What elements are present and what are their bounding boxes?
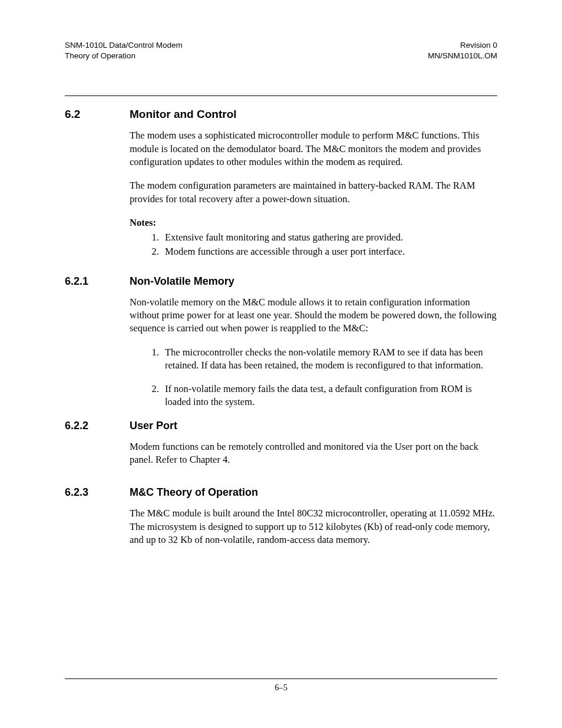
notes-list: Extensive fault monitoring and status ga… [161,230,497,259]
page-content: 6.2 Monitor and Control The modem uses a… [65,96,497,546]
section-6-2-heading: 6.2 Monitor and Control [65,108,497,121]
page-header: SNM-1010L Data/Control Modem Theory of O… [65,40,497,61]
section-6-2-2-heading: 6.2.2 User Port [65,420,497,432]
paragraph: The M&C module is built around the Intel… [130,507,497,546]
paragraph: Modem functions can be remotely controll… [130,440,497,467]
header-right-line1: Revision 0 [428,40,497,51]
section-6-2-3-body: The M&C module is built around the Intel… [130,507,497,546]
section-6-2-1-body: Non-volatile memory on the M&C module al… [130,296,497,409]
section-title: Non-Volatile Memory [130,275,234,288]
notes-label: Notes: [130,216,497,229]
paragraph: The modem uses a sophisticated microcont… [130,129,497,169]
header-right-line2: MN/SNM1010L.OM [428,51,497,61]
page-footer: 6–5 [65,678,497,693]
list-item: The microcontroller checks the non-volat… [161,346,497,373]
section-title: M&C Theory of Operation [130,486,258,499]
paragraph: The modem configuration parameters are m… [130,179,497,206]
header-left-line1: SNM-1010L Data/Control Modem [65,40,183,51]
paragraph: Non-volatile memory on the M&C module al… [130,296,497,335]
header-left: SNM-1010L Data/Control Modem Theory of O… [65,40,183,61]
section-number: 6.2.3 [65,486,130,499]
section-number: 6.2.2 [65,420,130,432]
footer-rule [65,678,497,679]
section-6-2-2-body: Modem functions can be remotely controll… [130,440,497,467]
section-6-2-body: The modem uses a sophisticated microcont… [130,129,497,258]
section-6-2-1-heading: 6.2.1 Non-Volatile Memory [65,275,497,288]
section-number: 6.2.1 [65,275,130,288]
page-number: 6–5 [65,683,497,693]
section-title: Monitor and Control [130,108,237,121]
list-item: If non-volatile memory fails the data te… [161,383,497,409]
list-item: Extensive fault monitoring and status ga… [161,230,497,245]
steps-list: The microcontroller checks the non-volat… [161,346,497,409]
list-item: Modem functions are accessible through a… [161,245,497,259]
section-6-2-3-heading: 6.2.3 M&C Theory of Operation [65,486,497,499]
header-left-line2: Theory of Operation [65,51,183,61]
section-number: 6.2 [65,108,130,121]
header-right: Revision 0 MN/SNM1010L.OM [428,40,497,61]
section-title: User Port [130,420,177,432]
